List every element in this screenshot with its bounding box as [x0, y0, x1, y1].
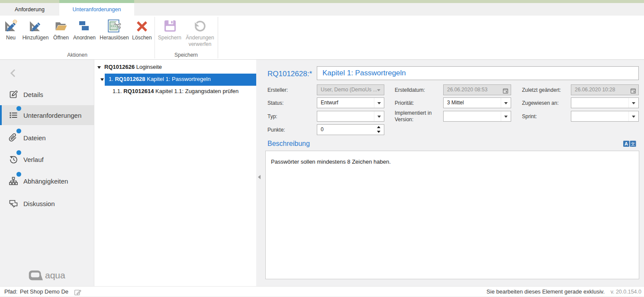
pfad-label: Pfad:	[4, 288, 17, 295]
field-value: Entwurf	[321, 100, 338, 106]
pfad-value: Pet Shop Demo De	[20, 288, 68, 295]
collapse-panel-icon[interactable]	[258, 175, 261, 179]
add-pencil-icon	[29, 19, 42, 33]
status-combobox[interactable]: Entwurf	[317, 97, 384, 108]
add-button-label: Hinzufügen	[23, 35, 49, 41]
arrange-icon	[77, 19, 91, 33]
extract-button-label: Herauslösen	[100, 35, 129, 41]
dropdown-arrow-icon[interactable]	[501, 98, 511, 108]
requirement-id-label: RQ1012628:*	[267, 70, 312, 78]
dropdown-arrow-icon[interactable]	[628, 111, 638, 121]
tree-row-child[interactable]: 1.1. RQ1012614 Kapitel 1.1: Zugangsdaten…	[95, 86, 256, 98]
arrange-button-label: Anordnen	[73, 35, 96, 41]
delete-button[interactable]: Löschen	[131, 19, 153, 41]
exclusive-edit-message: Sie bearbeiten dieses Element gerade exk…	[486, 288, 605, 295]
status-bar: Pfad: Pet Shop Demo De Sie bearbeiten di…	[0, 286, 644, 297]
collapse-sidebar-button[interactable]	[9, 68, 18, 78]
sidebar-item-label: Unteranforderungen	[23, 112, 81, 119]
zugewiesen-an-label: Zugewiesen an:	[522, 100, 559, 107]
sidebar-item-dateien[interactable]: Dateien	[0, 128, 94, 148]
app-window: Anforderung Unteranforderungen Neu	[0, 0, 644, 297]
dropdown-arrow-icon	[374, 85, 384, 95]
tree-item-title: Kapitel 1.1: Zugangsdaten prüfen	[154, 88, 238, 94]
punkte-label: Punkte:	[267, 127, 285, 133]
erstelldatum-label: Erstelldatum:	[395, 87, 425, 94]
aqua-logo: aqua	[29, 270, 65, 281]
prioritaet-label: Priorität:	[395, 100, 414, 107]
field-value: 0	[321, 126, 324, 132]
open-folder-icon	[54, 19, 68, 33]
typ-label: Typ:	[267, 113, 277, 120]
sidebar-item-diskussion[interactable]: Diskussion	[0, 194, 94, 213]
sprint-label: Sprint:	[522, 113, 537, 120]
field-value: 26.06.2020 08:53	[447, 87, 487, 93]
calendar-icon	[631, 87, 636, 92]
prioritaet-combobox[interactable]: 3 Mittel	[443, 97, 511, 108]
history-icon	[9, 155, 18, 164]
delete-x-icon	[135, 19, 149, 33]
sidebar-item-details[interactable]: Details	[0, 84, 94, 104]
notification-dot	[16, 172, 21, 177]
translate-icon[interactable]: A 文	[623, 141, 636, 147]
new-button[interactable]: Neu	[2, 19, 20, 41]
tree-item-number: 1.	[109, 76, 115, 82]
spin-up-icon[interactable]	[377, 126, 380, 128]
tree-item-title: Loginseite	[135, 64, 162, 70]
zugewiesen-an-combobox[interactable]	[571, 97, 639, 108]
sidebar-item-verlauf[interactable]: Verlauf	[0, 149, 94, 169]
tree-expander-icon[interactable]	[97, 66, 101, 69]
tab-anforderung[interactable]: Anforderung	[0, 3, 59, 16]
spin-down-icon[interactable]	[377, 131, 380, 133]
detail-form: RQ1012628:* Kapitel 1: Passwortregeln Er…	[256, 60, 644, 286]
sidebar-item-label: Abhängigkeiten	[23, 178, 68, 185]
zuletzt-geaendert-label: Zuletzt geändert:	[522, 87, 561, 94]
discard-changes-button[interactable]: Änderungen verwerfen	[184, 19, 216, 48]
arrange-button[interactable]: Anordnen	[71, 19, 97, 41]
sprint-combobox[interactable]	[571, 111, 639, 122]
top-strip-active-tab	[59, 0, 134, 3]
edit-details-icon	[9, 90, 18, 99]
edit-path-icon[interactable]	[74, 289, 81, 296]
implementiert-in-version-label: Implementiert in Version:	[395, 110, 434, 123]
add-button[interactable]: Hinzufügen	[22, 19, 49, 41]
implementiert-in-version-combobox[interactable]	[443, 111, 511, 122]
dropdown-arrow-icon[interactable]	[628, 98, 638, 108]
hierarchy-icon	[9, 176, 18, 186]
dropdown-arrow-icon[interactable]	[374, 111, 384, 121]
field-value: User, Demo (DemoUs ...	[321, 87, 377, 93]
ersteller-combobox: User, Demo (DemoUs ...	[317, 84, 384, 95]
open-button[interactable]: Öffnen	[50, 19, 72, 41]
ribbon-group-speichern: Speichern	[155, 52, 218, 58]
tab-unteranforderungen[interactable]: Unteranforderungen	[59, 3, 134, 16]
punkte-spinner[interactable]: 0	[317, 124, 384, 135]
sidebar-item-label: Dateien	[23, 134, 46, 142]
sidebar-item-abhaengigkeiten[interactable]: Abhängigkeiten	[0, 171, 94, 191]
save-button[interactable]: Speichern	[156, 19, 183, 41]
sidebar-item-unteranforderungen[interactable]: Unteranforderungen	[0, 105, 94, 125]
tree-item-text: 1.1. RQ1012614 Kapitel 1.1: Zugangsdaten…	[113, 88, 238, 94]
extract-button[interactable]: Herauslösen	[99, 19, 130, 41]
undo-icon	[193, 19, 207, 33]
title-input[interactable]: Kapitel 1: Passwortregeln	[317, 66, 639, 80]
erstelldatum-field: 26.06.2020 08:53	[443, 84, 511, 95]
spinner-arrows[interactable]	[377, 126, 381, 133]
beschreibung-textarea[interactable]: Passwörter sollen mindestens 8 Zeichen h…	[265, 151, 639, 279]
svg-text:A: A	[625, 141, 628, 146]
calendar-icon	[503, 87, 508, 92]
typ-combobox[interactable]	[317, 111, 384, 122]
dropdown-arrow-icon[interactable]	[374, 98, 384, 108]
tree-expander-icon[interactable]	[100, 78, 104, 81]
aqua-logo-text: aqua	[45, 270, 65, 281]
ribbon-group-aktionen: Aktionen	[0, 52, 155, 58]
tree-row-selected[interactable]: 1. RQ1012628 Kapitel 1: Passwortregeln	[95, 74, 256, 86]
status-label: Status:	[267, 100, 283, 107]
zuletzt-geaendert-field: 26.06.2020 10:28	[571, 84, 639, 95]
dropdown-arrow-icon[interactable]	[501, 111, 511, 121]
tree-item-title: Kapitel 1: Passwortregeln	[145, 76, 211, 82]
field-value: 3 Mittel	[447, 100, 464, 106]
tab-bar: Anforderung Unteranforderungen	[0, 3, 644, 16]
ribbon-separator	[218, 17, 218, 58]
sidebar-item-label: Diskussion	[23, 200, 55, 207]
panel-splitter[interactable]	[256, 60, 265, 286]
tree-row-root[interactable]: RQ1012626 Loginseite	[95, 61, 256, 74]
